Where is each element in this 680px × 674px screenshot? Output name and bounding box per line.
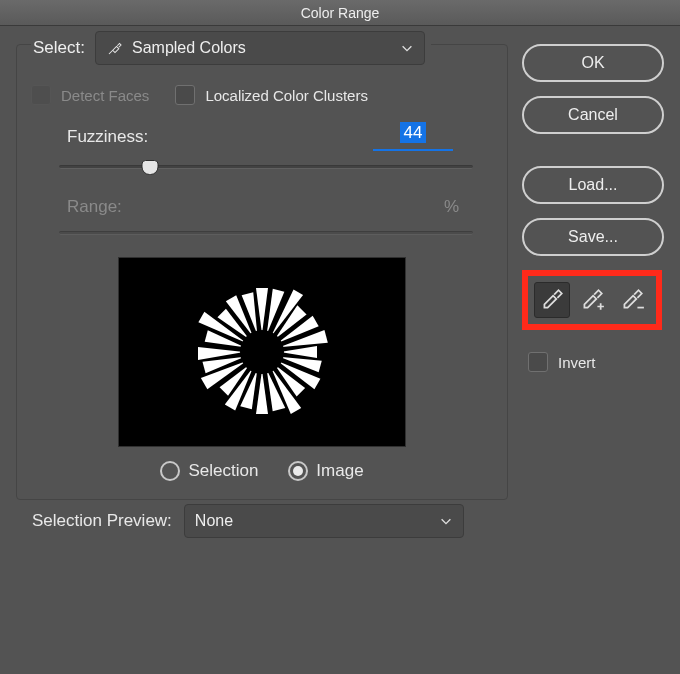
chevron-down-icon: [439, 514, 453, 528]
eyedropper-add-tool[interactable]: [574, 282, 610, 318]
selection-preview-dropdown[interactable]: None: [184, 504, 464, 538]
checkbox-box[interactable]: [175, 85, 195, 105]
select-dropdown[interactable]: Sampled Colors: [95, 31, 425, 65]
slider-track: [59, 165, 473, 169]
radio-dot: [293, 466, 303, 476]
invert-label: Invert: [558, 354, 596, 371]
eyedropper-add-icon: [579, 287, 605, 313]
eyedropper-subtract-icon: [619, 287, 645, 313]
detect-faces-label: Detect Faces: [61, 87, 149, 104]
radio-circle: [160, 461, 180, 481]
localized-clusters-label: Localized Color Clusters: [205, 87, 368, 104]
options-fieldset: Select: Sampled Colors Detect Faces Loca…: [16, 44, 508, 500]
preview-thumbnail[interactable]: [118, 257, 406, 447]
radio-circle: [288, 461, 308, 481]
svg-point-0: [240, 330, 284, 374]
invert-checkbox[interactable]: Invert: [528, 352, 664, 372]
selection-preview-value: None: [195, 512, 233, 530]
eyedropper-sample-tool[interactable]: [534, 282, 570, 318]
save-button[interactable]: Save...: [522, 218, 664, 256]
chevron-down-icon: [400, 41, 414, 55]
fuzziness-value: 44: [400, 122, 427, 143]
range-slider: [59, 231, 473, 235]
range-units: %: [444, 197, 459, 216]
image-radio[interactable]: Image: [288, 461, 363, 481]
window-titlebar: Color Range: [0, 0, 680, 26]
preview-image: [182, 272, 342, 432]
slider-thumb[interactable]: [142, 160, 159, 175]
eyedropper-icon: [106, 39, 124, 57]
select-value: Sampled Colors: [132, 39, 246, 57]
ok-button[interactable]: OK: [522, 44, 664, 82]
eyedropper-icon: [539, 287, 565, 313]
range-label: Range:: [67, 197, 122, 217]
fuzziness-input[interactable]: 44: [373, 123, 453, 151]
eyedropper-subtract-tool[interactable]: [614, 282, 650, 318]
selection-radio-label: Selection: [188, 461, 258, 481]
select-label: Select:: [31, 38, 85, 58]
slider-track: [59, 231, 473, 235]
fuzziness-slider[interactable]: [59, 165, 473, 169]
eyedropper-tools-highlight: [522, 270, 662, 330]
window-title: Color Range: [301, 5, 380, 21]
selection-preview-label: Selection Preview:: [32, 511, 172, 531]
cancel-button[interactable]: Cancel: [522, 96, 664, 134]
load-button[interactable]: Load...: [522, 166, 664, 204]
checkbox-box[interactable]: [528, 352, 548, 372]
fuzziness-label: Fuzziness:: [67, 127, 148, 147]
checkbox-box: [31, 85, 51, 105]
detect-faces-checkbox: Detect Faces: [31, 85, 149, 105]
selection-radio[interactable]: Selection: [160, 461, 258, 481]
localized-clusters-checkbox[interactable]: Localized Color Clusters: [175, 85, 368, 105]
image-radio-label: Image: [316, 461, 363, 481]
view-mode-radiogroup: Selection Image: [31, 461, 493, 481]
